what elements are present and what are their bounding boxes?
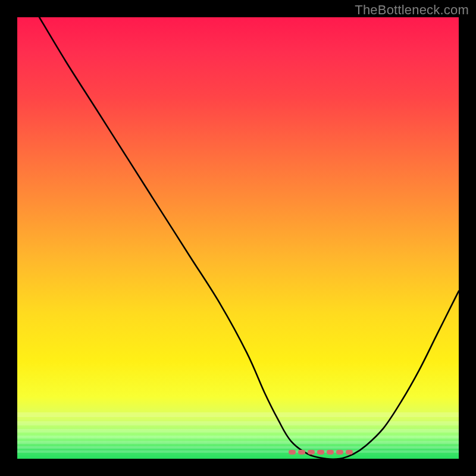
gradient-band (17, 429, 459, 433)
curve-layer (17, 17, 459, 459)
watermark-text: TheBottleneck.com (355, 2, 469, 18)
gradient-band (17, 450, 459, 453)
gradient-band (17, 441, 459, 444)
chart-frame: TheBottleneck.com (0, 0, 476, 476)
gradient-band (17, 421, 459, 425)
gradient-band (17, 412, 459, 417)
gradient-band (17, 436, 459, 439)
gradient-band (17, 446, 459, 449)
plot-area (17, 17, 459, 459)
bottleneck-curve-path (39, 17, 459, 459)
